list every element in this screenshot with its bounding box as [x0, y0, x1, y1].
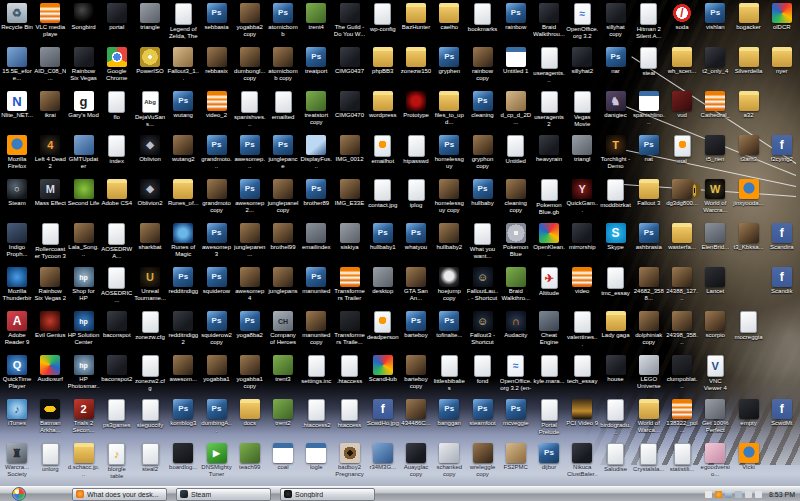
desktop-icon[interactable]: 138322_pol... — [666, 399, 698, 433]
desktop-icon[interactable]: wutang2 — [167, 135, 199, 169]
desktop-icon[interactable]: Fallout3_1... — [167, 47, 199, 81]
taskbar-clock[interactable]: 8:53 PM — [769, 491, 795, 498]
desktop-icon[interactable]: VLC media playe — [34, 3, 66, 37]
desktop-icon[interactable]: trent3 — [267, 355, 299, 389]
desktop-icon[interactable]: jungleparen... — [234, 223, 266, 257]
desktop-icon[interactable]: YQuickGam... — [566, 179, 598, 213]
taskbar-button[interactable]: What does your desk... — [72, 488, 167, 501]
desktop-icon[interactable]: Pswutang — [167, 91, 199, 125]
desktop-icon[interactable]: IMG_E33E — [334, 179, 366, 213]
desktop-icon[interactable]: rainbow copy — [467, 47, 499, 81]
desktop-icon[interactable]: GTA San An... — [400, 267, 432, 301]
desktop-icon[interactable]: BazHunter — [400, 3, 432, 37]
desktop-icon[interactable]: hoejump copy — [433, 267, 465, 301]
desktop-icon[interactable]: MMass Effect — [34, 179, 66, 213]
desktop-icon[interactable]: Psbrother89 — [300, 179, 332, 213]
desktop-icon[interactable]: 434486C... — [400, 399, 432, 433]
desktop-icon[interactable]: AbgDejaVuSans... — [134, 91, 166, 127]
desktop-icon[interactable]: files_to_upd... — [433, 91, 465, 125]
desktop-icon[interactable]: ElenBrid... — [699, 223, 731, 257]
desktop-icon[interactable]: iplog — [400, 179, 432, 215]
desktop-icon[interactable]: Runes of Magic — [167, 223, 199, 257]
desktop-icon[interactable]: mirrorship — [566, 223, 598, 257]
desktop-icon[interactable]: triangl — [566, 135, 598, 169]
desktop-icon[interactable]: CIMG0437 — [334, 47, 366, 81]
desktop-icon[interactable]: Psatomicbomb — [267, 3, 299, 37]
desktop-icon[interactable]: Crystalsla... — [633, 443, 665, 479]
desktop-icon[interactable]: fScwdMt — [766, 399, 798, 433]
desktop-icon[interactable]: hpHP Solution Center — [68, 311, 100, 345]
desktop-icon[interactable]: Portal Prelude — [533, 399, 565, 435]
desktop-icon[interactable]: moddbizkat — [600, 179, 632, 215]
desktop-icon[interactable]: junglepans — [267, 267, 299, 301]
desktop-icon[interactable]: NNlite_NET... — [1, 91, 33, 125]
desktop-icon[interactable]: 24682_3588... — [633, 267, 665, 301]
desktop-icon[interactable]: tech_essay — [566, 355, 598, 391]
desktop-icon[interactable]: ≈OpenOffice.org 3.2 — [566, 3, 598, 39]
desktop-icon[interactable]: ♻Recycle Bin — [1, 3, 33, 37]
desktop-icon[interactable]: contact.jpg — [367, 179, 399, 215]
desktop-icon[interactable]: Braid Walkthro... — [500, 267, 532, 301]
desktop-icon[interactable]: Pssebbasia — [201, 3, 233, 37]
desktop-icon[interactable]: Psawesomep3 — [201, 223, 233, 257]
desktop-icon[interactable]: PowerISO — [134, 47, 166, 81]
desktop-icon[interactable]: Mozilla Firefox — [1, 135, 33, 169]
desktop-icon[interactable]: Psvishlan — [699, 3, 731, 37]
desktop-icon[interactable]: useragents... — [533, 47, 565, 83]
desktop-icon[interactable]: docs — [234, 399, 266, 433]
desktop-icon[interactable]: zonezw2.cfg — [134, 355, 166, 391]
desktop-icon[interactable]: htpasswd — [400, 135, 432, 171]
desktop-icon[interactable]: deadperson — [367, 311, 399, 347]
desktop-icon[interactable]: d_cp_d_2D... — [500, 91, 532, 125]
desktop-icon[interactable]: baconspot2 — [101, 355, 133, 389]
display-icon[interactable] — [725, 491, 732, 498]
desktop-icon[interactable]: statistili... — [666, 443, 698, 479]
desktop-icon[interactable]: ○Steam — [1, 179, 33, 213]
desktop-icon[interactable]: scorpio — [699, 311, 731, 345]
desktop-icon[interactable]: treatstort copy — [300, 91, 332, 125]
desktop-icon[interactable]: Cheat Engine — [533, 311, 565, 345]
desktop-icon[interactable]: ff2cying2 — [766, 135, 798, 169]
desktop-icon[interactable]: OpenKlean... — [533, 223, 565, 257]
desktop-icon[interactable]: littlesbibalies — [433, 355, 465, 391]
desktop-icon[interactable]: dumbongl... copy — [234, 47, 266, 81]
desktop-icon[interactable]: t3am3 — [733, 135, 765, 169]
desktop-icon[interactable]: sillyhat copy — [600, 3, 632, 37]
desktop-icon[interactable]: Google Chrome — [101, 47, 133, 81]
desktop-icon[interactable]: wreleggle copy — [467, 443, 499, 477]
desktop-icon[interactable]: house — [600, 355, 632, 389]
desktop-icon[interactable]: GMTUpdater — [68, 135, 100, 169]
desktop-icon[interactable]: nyer — [766, 47, 798, 81]
desktop-icon[interactable]: ♞danigiec — [600, 91, 632, 125]
taskbar-button[interactable]: Steam — [176, 488, 271, 501]
desktop-icon[interactable]: The Guild - Do You W... — [334, 3, 366, 37]
desktop-icon[interactable]: Saludise — [600, 443, 632, 479]
desktop-icon[interactable]: ☺Fallout3 - Shortcut — [467, 311, 499, 345]
eject-icon[interactable] — [745, 491, 752, 498]
desktop-icon[interactable]: badboy2 Pregnancy — [334, 443, 366, 477]
desktop-icon[interactable]: boardlog... — [167, 443, 199, 477]
desktop-icon[interactable]: Psnar — [600, 47, 632, 81]
desktop-icon[interactable]: bogacker — [733, 3, 765, 37]
desktop-icon[interactable]: What you want... — [467, 223, 499, 259]
desktop-icon[interactable]: Pswhatyou — [400, 223, 432, 257]
desktop-icon[interactable]: mal — [666, 135, 698, 171]
desktop-icon[interactable]: t2_only_4 — [699, 47, 731, 81]
desktop-icon[interactable]: wordpress — [367, 91, 399, 125]
desktop-icon[interactable]: t5_rien — [699, 135, 731, 169]
desktop-icon[interactable]: steal2 — [134, 443, 166, 479]
desktop-icon[interactable]: Psawesomep... — [234, 135, 266, 169]
desktop-icon[interactable]: jinxyooda... — [733, 179, 765, 213]
start-button[interactable] — [12, 487, 26, 501]
desktop-icon[interactable]: Braid Walkthrou... — [533, 3, 565, 37]
desktop-icon[interactable]: Fallout 3 — [633, 179, 665, 213]
desktop-icon[interactable]: dg3dg800... — [666, 179, 698, 213]
desktop-icon[interactable]: QQuickTime Player — [1, 355, 33, 389]
desktop-icon[interactable]: baconspot — [101, 311, 133, 345]
desktop-icon[interactable]: empty — [733, 399, 765, 433]
desktop-icon[interactable]: video_2 — [201, 91, 233, 125]
desktop-icon[interactable]: awesomep4 — [234, 267, 266, 301]
desktop-icon[interactable]: portal — [101, 3, 133, 37]
desktop-icon[interactable]: CHCompany of Heroes — [267, 311, 299, 345]
desktop-icon[interactable]: Nikuca ClustBaler... — [566, 443, 598, 477]
